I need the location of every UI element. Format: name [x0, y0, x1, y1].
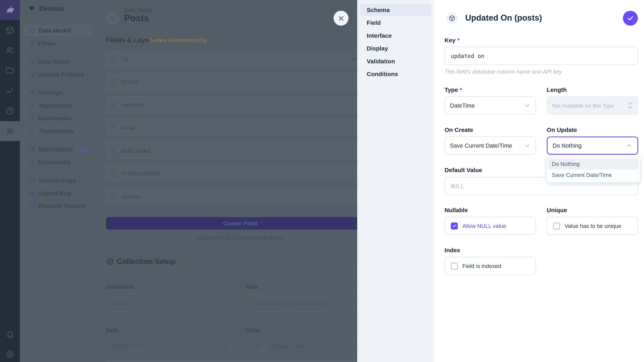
module-collections[interactable] — [0, 20, 20, 40]
required-marker: * — [144, 102, 146, 108]
project-name: Directus — [39, 5, 64, 12]
database-icon — [28, 27, 35, 34]
drag-handle-icon[interactable] — [111, 78, 116, 85]
checkbox-unchecked-icon[interactable] — [553, 222, 560, 229]
sidebar-item-label: Flows — [38, 40, 56, 46]
nullable-label: Nullable — [444, 207, 468, 213]
key-note: This field's database column name and AP… — [444, 69, 562, 75]
autosave-indicator: Saves Automatically — [149, 37, 207, 43]
user-avatar-button[interactable] — [0, 344, 20, 362]
drag-handle-icon[interactable] — [111, 55, 116, 62]
directus-app: Directus Data Model Flows User Roles Acc… — [0, 0, 644, 362]
help-circle-icon — [5, 106, 14, 115]
breadcrumb[interactable]: Data Model — [124, 7, 152, 13]
field-row-author[interactable]: author — [106, 188, 375, 205]
color-placeholder: Choose a color... — [269, 343, 311, 349]
field-row-title[interactable]: title * — [106, 73, 375, 90]
sidebar-item-access-policies[interactable]: Access Policies — [23, 68, 92, 80]
sidebar-item-label: Bookmarks — [38, 115, 71, 121]
dropdown-option-save-current[interactable]: Save Current Date/Time — [548, 170, 638, 181]
sidebar-item-label: Extensions — [38, 159, 70, 165]
sidebar-item-extensions[interactable]: Extensions — [23, 156, 92, 168]
key-input[interactable] — [444, 47, 638, 65]
module-help[interactable] — [0, 101, 20, 121]
check-icon — [626, 14, 634, 22]
module-user-directory[interactable] — [0, 40, 20, 60]
sidebar-item-label: System Logs — [38, 177, 76, 183]
drawer-title: Updated On (posts) — [465, 13, 542, 23]
sidebar-item-user-roles[interactable]: User Roles — [23, 55, 92, 67]
module-file-library[interactable] — [0, 60, 20, 80]
field-row-content[interactable]: content * — [106, 96, 375, 113]
length-input-disabled: Not Available for this Type — [547, 96, 638, 115]
index-checkbox-field[interactable]: Field is indexed — [444, 257, 536, 275]
sidebar-item-label: Request Feature — [38, 202, 86, 209]
drag-handle-icon[interactable] — [111, 124, 116, 131]
checkbox-checked-icon[interactable] — [451, 222, 458, 229]
drag-handle-icon[interactable] — [111, 101, 116, 108]
sidebar-item-label: Appearance — [38, 102, 73, 108]
tab-validation[interactable]: Validation — [360, 55, 431, 67]
type-value: DateTime — [450, 102, 475, 109]
type-select[interactable]: DateTime — [444, 96, 536, 115]
checkbox-unchecked-icon[interactable] — [451, 263, 458, 270]
back-button[interactable] — [106, 11, 120, 25]
type-label: Type * — [444, 86, 462, 93]
tab-interface[interactable]: Interface — [360, 30, 431, 41]
project-header[interactable]: Directus — [28, 5, 64, 12]
directus-logo-button[interactable] — [0, 0, 20, 20]
drag-handle-icon[interactable] — [111, 147, 116, 154]
field-row-translations[interactable]: translations — [106, 165, 375, 182]
tab-field[interactable]: Field — [360, 17, 431, 28]
note-label: Note — [245, 283, 258, 290]
eyedropper-icon[interactable] — [251, 340, 264, 353]
tab-display[interactable]: Display — [360, 42, 431, 54]
icon-select[interactable]: Search for icon... — [106, 337, 232, 355]
sidebar-item-request-feature[interactable]: Request Feature — [23, 200, 92, 212]
create-field-button[interactable]: Create Field — [106, 217, 375, 230]
collections-cube-icon — [5, 26, 14, 35]
chevron-down-icon — [524, 102, 530, 109]
module-insights[interactable] — [0, 81, 20, 101]
sidebar-item-translations[interactable]: Translations — [23, 125, 92, 137]
chevron-down-icon — [220, 343, 226, 350]
create-field-advanced-link[interactable]: Create Field in Advanced Mode — [106, 234, 375, 241]
sidebar-item-bookmarks[interactable]: Bookmarks — [23, 112, 92, 124]
drag-handle-icon[interactable] — [111, 170, 116, 177]
drag-handle-icon[interactable] — [111, 193, 116, 200]
nullable-checkbox-label: Allow NULL value — [462, 223, 506, 229]
sidebar-item-marketplace[interactable]: Marketplace Beta — [23, 143, 92, 155]
tab-schema[interactable]: Schema — [360, 4, 431, 16]
on-update-select[interactable]: Do Nothing — [547, 136, 638, 155]
sidebar-item-flows[interactable]: Flows — [23, 37, 92, 49]
sidebar-item-data-model[interactable]: Data Model — [23, 24, 92, 36]
directus-rabbit-icon — [4, 4, 15, 15]
index-label: Index — [444, 247, 460, 253]
insights-icon — [5, 86, 14, 95]
sidebar-item-settings[interactable]: Settings — [23, 86, 92, 98]
dropdown-option-do-nothing[interactable]: Do Nothing — [548, 158, 638, 170]
field-row-published[interactable]: published — [106, 142, 375, 159]
field-row-slug[interactable]: slug — [106, 119, 375, 136]
bolt-icon — [28, 40, 35, 47]
collection-input[interactable] — [106, 294, 232, 312]
index-checkbox-label: Field is indexed — [462, 263, 501, 269]
module-settings[interactable] — [0, 121, 20, 141]
field-row-id[interactable]: id — [106, 50, 375, 67]
chevron-down-icon — [524, 142, 530, 149]
save-button[interactable] — [623, 11, 638, 26]
sidebar-item-report-bug[interactable]: Report Bug — [23, 187, 92, 199]
required-marker: * — [138, 78, 140, 85]
tab-conditions[interactable]: Conditions — [360, 68, 431, 80]
on-create-select[interactable]: Save Current Date/Time — [444, 136, 536, 155]
field-key: translations — [121, 170, 160, 176]
notifications-button[interactable] — [0, 324, 20, 344]
close-drawer-button[interactable] — [334, 11, 348, 26]
unique-checkbox-field[interactable]: Value has to be unique — [547, 217, 638, 235]
badge-check-icon — [28, 202, 35, 209]
sidebar-item-system-logs[interactable]: System Logs — [23, 174, 92, 186]
nullable-checkbox-field[interactable]: Allow NULL value — [444, 217, 536, 235]
sidebar-item-appearance[interactable]: Appearance — [23, 99, 92, 111]
project-logo-icon — [28, 5, 35, 12]
color-label: Color — [245, 327, 260, 333]
